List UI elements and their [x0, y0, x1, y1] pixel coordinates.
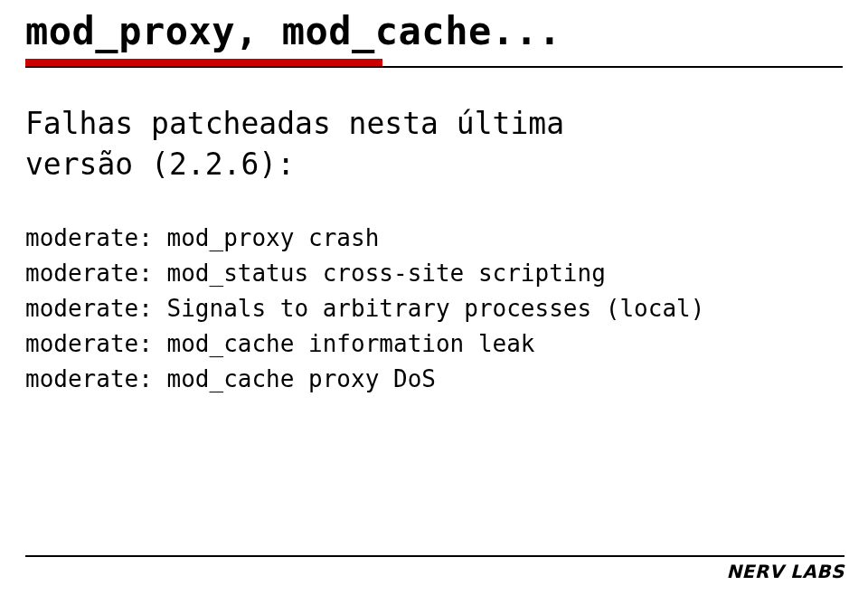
- list-item: moderate: Signals to arbitrary processes…: [25, 291, 843, 326]
- intro-line-1: Falhas patcheadas nesta última: [25, 106, 564, 141]
- title-underline: [25, 66, 843, 68]
- slide-title: mod_proxy, mod_cache...: [25, 9, 843, 53]
- list-item: moderate: mod_cache proxy DoS: [25, 362, 843, 397]
- title-rule: [25, 59, 843, 70]
- list-item: moderate: mod_cache information leak: [25, 326, 843, 362]
- intro-line-2: versão (2.2.6):: [25, 146, 295, 182]
- item-list: moderate: mod_proxy crash moderate: mod_…: [25, 221, 843, 397]
- footer-brand: NERV LABS: [726, 561, 844, 582]
- footer-rule: [25, 555, 844, 557]
- list-item: moderate: mod_status cross-site scriptin…: [25, 256, 843, 291]
- intro-text: Falhas patcheadas nesta última versão (2…: [25, 104, 843, 184]
- slide: mod_proxy, mod_cache... Falhas patcheada…: [0, 0, 868, 595]
- list-item: moderate: mod_proxy crash: [25, 221, 843, 256]
